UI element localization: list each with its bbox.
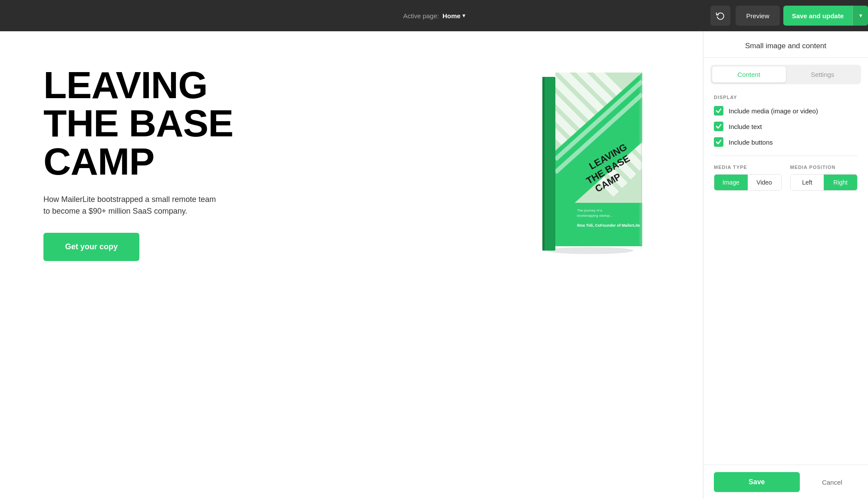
save-button[interactable]: Save bbox=[714, 472, 800, 492]
checkbox-include-media-check[interactable] bbox=[714, 106, 723, 116]
checkbox-include-buttons[interactable]: Include buttons bbox=[714, 137, 858, 147]
media-row: MEDIA TYPE Image Video MEDIA POSITION Le… bbox=[714, 165, 858, 191]
cancel-button[interactable]: Cancel bbox=[807, 479, 858, 486]
page-preview: LEAVING THE BASE CAMP How MailerLite boo… bbox=[0, 31, 703, 499]
media-position-toggle: Left Right bbox=[790, 174, 858, 191]
hero-title: LEAVING THE BASE CAMP bbox=[43, 66, 503, 181]
tab-content[interactable]: Content bbox=[712, 66, 786, 83]
panel-footer: Save Cancel bbox=[703, 465, 868, 499]
panel-tabs: Content Settings bbox=[710, 65, 861, 84]
checkbox-include-media[interactable]: Include media (image or video) bbox=[714, 106, 858, 116]
checkbox-include-text-label: Include text bbox=[729, 123, 762, 130]
svg-rect-25 bbox=[542, 77, 545, 251]
save-update-dropdown-button[interactable]: ▾ bbox=[852, 6, 868, 26]
history-button[interactable] bbox=[710, 6, 730, 26]
media-type-image-button[interactable]: Image bbox=[714, 175, 748, 190]
checkbox-include-text[interactable]: Include text bbox=[714, 122, 858, 131]
media-type-label: MEDIA TYPE bbox=[714, 165, 782, 170]
media-position-right-button[interactable]: Right bbox=[824, 175, 857, 190]
checkbox-include-buttons-check[interactable] bbox=[714, 137, 723, 147]
settings-tab-label: Settings bbox=[811, 71, 834, 78]
save-update-button[interactable]: Save and update ▾ bbox=[783, 6, 868, 26]
active-page-selector[interactable]: Active page: Home ▾ bbox=[403, 12, 465, 20]
topbar: Active page: Home ▾ Preview Save and upd… bbox=[0, 0, 868, 31]
panel-title: Small image and content bbox=[745, 42, 826, 50]
save-update-main-button[interactable]: Save and update bbox=[783, 6, 852, 26]
panel-header: Small image and content bbox=[703, 31, 868, 58]
hero-text: LEAVING THE BASE CAMP How MailerLite boo… bbox=[43, 66, 503, 261]
display-section-label: DISPLAY bbox=[714, 95, 858, 100]
media-type-toggle: Image Video bbox=[714, 174, 782, 191]
checkbox-include-text-check[interactable] bbox=[714, 122, 723, 131]
active-page-label: Active page: bbox=[403, 12, 439, 20]
divider bbox=[714, 155, 858, 156]
media-position-label: MEDIA POSITION bbox=[790, 165, 858, 170]
checkbox-include-media-label: Include media (image or video) bbox=[729, 107, 818, 115]
media-type-video-button[interactable]: Video bbox=[748, 175, 781, 190]
tab-settings[interactable]: Settings bbox=[786, 66, 860, 83]
media-position-col: MEDIA POSITION Left Right bbox=[790, 165, 858, 191]
chevron-down-icon: ▾ bbox=[859, 13, 862, 19]
hero-section: LEAVING THE BASE CAMP How MailerLite boo… bbox=[43, 66, 668, 261]
checkbox-include-buttons-label: Include buttons bbox=[729, 139, 773, 146]
right-panel: Small image and content Content Settings… bbox=[703, 31, 868, 499]
svg-text:Ilma Tidi, CoFounder of Mailer: Ilma Tidi, CoFounder of MailerLite bbox=[577, 223, 640, 228]
preview-button[interactable]: Preview bbox=[736, 6, 779, 26]
hero-image: LEAVING THE BASE CAMP The journey of a b… bbox=[529, 73, 668, 255]
hero-title-line2: THE BASE bbox=[43, 102, 233, 145]
main-layout: LEAVING THE BASE CAMP How MailerLite boo… bbox=[0, 31, 868, 499]
svg-text:The journey of a: The journey of a bbox=[577, 208, 602, 212]
hero-subtitle: How MailerLite bootstrapped a small remo… bbox=[43, 194, 217, 217]
active-page-name: Home bbox=[442, 12, 461, 20]
media-position-left-button[interactable]: Left bbox=[791, 175, 824, 190]
chevron-down-icon: ▾ bbox=[462, 13, 465, 19]
svg-point-0 bbox=[547, 247, 634, 254]
topbar-actions: Preview Save and update ▾ bbox=[710, 0, 868, 31]
hero-title-line3: CAMP bbox=[43, 140, 154, 183]
panel-content: DISPLAY Include media (image or video) I… bbox=[703, 84, 868, 465]
media-type-col: MEDIA TYPE Image Video bbox=[714, 165, 782, 191]
active-page-value[interactable]: Home ▾ bbox=[442, 12, 465, 20]
cta-button[interactable]: Get your copy bbox=[43, 233, 139, 261]
hero-title-line1: LEAVING bbox=[43, 63, 208, 106]
book-svg: LEAVING THE BASE CAMP The journey of a b… bbox=[534, 73, 647, 255]
content-tab-label: Content bbox=[737, 71, 760, 78]
svg-text:bootstrapping startup...: bootstrapping startup... bbox=[577, 214, 613, 218]
canvas-area: LEAVING THE BASE CAMP How MailerLite boo… bbox=[0, 31, 703, 499]
